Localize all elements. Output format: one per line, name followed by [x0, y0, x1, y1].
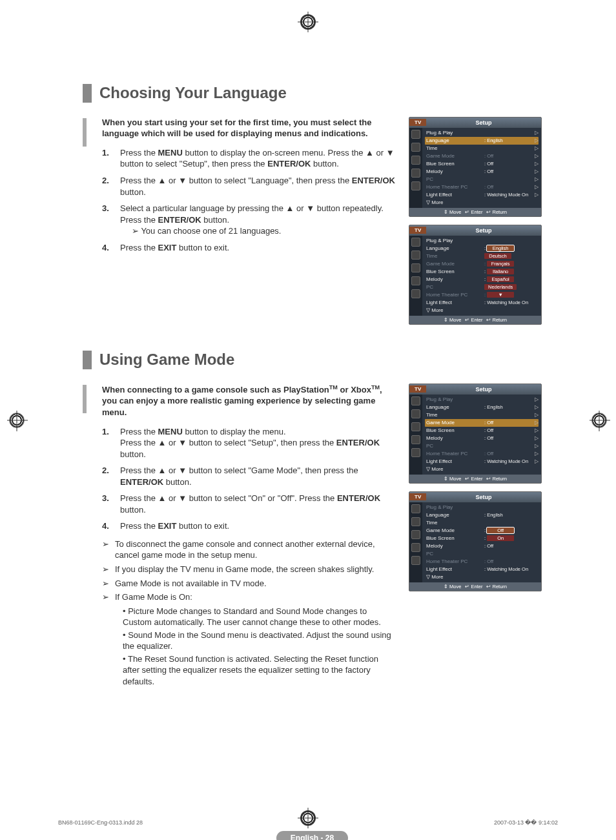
step-item: 2.Press the ▲ or ▼ button to select "Gam… — [102, 465, 397, 487]
osd-row: Time▷ — [426, 145, 539, 152]
osd-tv-badge: TV — [409, 385, 426, 393]
osd-row: Light Effect: Watching Mode On — [426, 566, 539, 573]
osd-row: Home Theater PC: ▼ — [426, 291, 539, 299]
osd-row: Language: English — [426, 511, 539, 519]
osd-row: Plug & Play — [426, 237, 539, 245]
osd-option-pill[interactable]: Off — [487, 528, 514, 533]
osd-category-icon — [411, 238, 420, 247]
section-title-language: Choosing Your Language — [83, 84, 542, 103]
step-item: 4.Press the EXIT button to exit. — [102, 520, 397, 532]
note-item: If you display the TV menu in Game mode,… — [102, 564, 397, 575]
osd-title: Setup — [426, 386, 541, 393]
osd-panel-a: TVSetupPlug & Play▷Language: English▷Tim… — [409, 117, 542, 217]
steps-gamemode: 1.Press the MENU button to display the m… — [102, 426, 397, 532]
osd-row: Home Theater PC: Off — [426, 558, 539, 566]
osd-row: Language: English — [426, 245, 539, 252]
osd-title: Setup — [426, 119, 541, 126]
osd-footer: MoveEnterReturn — [409, 475, 541, 483]
osd-row: PC — [426, 550, 539, 558]
osd-category-icon — [411, 396, 420, 405]
page-number: English - 28 — [276, 831, 348, 841]
osd-row: More — [426, 307, 539, 314]
section-title-gamemode: Using Game Mode — [83, 351, 542, 369]
osd-row: Game Mode: Off▷ — [426, 152, 539, 160]
osd-row: Melody: Off▷ — [426, 435, 539, 442]
osd-row: Plug & Play — [426, 504, 539, 511]
osd-category-icon — [411, 276, 420, 285]
registration-mark-left — [9, 413, 25, 428]
osd-category-icon — [411, 409, 420, 418]
osd-option-pill[interactable]: Nederlands — [484, 284, 517, 290]
osd-category-icon — [411, 156, 420, 165]
osd-category-icon — [411, 143, 420, 152]
intro-language: When you start using your set for the fi… — [102, 117, 397, 139]
osd-option-pill[interactable]: Español — [487, 276, 514, 282]
step-item: 1.Press the MENU button to display the o… — [102, 147, 397, 170]
osd-tv-badge: TV — [409, 493, 426, 500]
note-item: If Game Mode is On: — [102, 591, 397, 603]
osd-title: Setup — [426, 494, 541, 500]
osd-option-pill[interactable]: English — [487, 245, 514, 251]
osd-row: Game Mode: Off — [426, 527, 539, 535]
osd-option-pill[interactable]: Deutsch — [484, 253, 511, 259]
indd-date: 2007-03-13 �� 9:14:02 — [494, 819, 558, 826]
osd-category-icon — [411, 556, 420, 565]
osd-option-pill[interactable]: Italiano — [487, 269, 514, 274]
osd-panel-c: TVSetupPlug & Play▷Language: English▷Tim… — [409, 384, 542, 484]
bullet-item: Picture Mode changes to Standard and Sou… — [123, 606, 397, 628]
osd-row: PC▷ — [426, 442, 539, 450]
osd-option-pill[interactable]: Français — [487, 261, 514, 267]
osd-row: Blue Screen: Off▷ — [426, 427, 539, 435]
osd-panel-b: TVSetupPlug & PlayLanguage: EnglishTimeD… — [409, 225, 542, 325]
step-item: 4.Press the EXIT button to exit. — [102, 242, 397, 254]
note-item: Game Mode is not available in TV mode. — [102, 578, 397, 589]
osd-footer: MoveEnterReturn — [409, 316, 541, 324]
registration-mark-right — [591, 413, 607, 428]
osd-category-icon — [411, 181, 420, 190]
osd-tv-badge: TV — [409, 119, 426, 126]
osd-option-pill[interactable]: ▼ — [487, 292, 514, 298]
osd-option-pill[interactable]: On — [487, 535, 514, 541]
bullets-gamemode: Picture Mode changes to Standard and Sou… — [102, 606, 397, 688]
osd-footer: MoveEnterReturn — [409, 208, 541, 216]
osd-category-icon — [411, 251, 420, 260]
osd-row: PCNederlands — [426, 283, 539, 291]
osd-row: More — [426, 466, 539, 473]
osd-category-icon — [411, 435, 420, 444]
step-item: 2.Press the ▲ or ▼ button to select "Lan… — [102, 175, 397, 198]
osd-row: Language: English▷ — [425, 137, 539, 145]
osd-category-icon — [411, 543, 420, 552]
registration-mark-top — [300, 14, 316, 30]
osd-row: Blue Screen: Italiano — [426, 268, 539, 276]
bullet-item: Sound Mode in the Sound menu is deactiva… — [123, 630, 397, 652]
osd-row: Home Theater PC: Off▷ — [426, 183, 539, 191]
intro-gamemode: When connecting to a game console such a… — [102, 384, 397, 418]
osd-row: TimeDeutsch — [426, 252, 539, 260]
osd-category-icon — [411, 448, 420, 457]
osd-row: Melody: Off▷ — [426, 168, 539, 176]
osd-row: Game Mode: Français — [426, 260, 539, 268]
osd-category-icon — [411, 517, 420, 526]
osd-row: Plug & Play▷ — [426, 396, 539, 404]
steps-language: 1.Press the MENU button to display the o… — [102, 147, 397, 253]
osd-row: More — [426, 199, 539, 207]
osd-row: Time▷ — [426, 411, 539, 419]
notes-gamemode: To disconnect the game console and conne… — [102, 538, 397, 603]
osd-row: More — [426, 573, 539, 581]
osd-tv-badge: TV — [409, 227, 426, 234]
osd-category-icon — [411, 504, 420, 513]
osd-panel-d: TVSetupPlug & PlayLanguage: EnglishTimeG… — [409, 491, 542, 591]
step-item: 3.Select a particular language by pressi… — [102, 203, 397, 237]
page-footer: English - 28 — [83, 831, 542, 841]
osd-row: Time — [426, 519, 539, 527]
osd-category-icon — [411, 289, 420, 298]
note-item: To disconnect the game console and conne… — [102, 538, 397, 561]
osd-row: Plug & Play▷ — [426, 129, 539, 137]
osd-row: Blue Screen: On — [426, 535, 539, 542]
osd-title: Setup — [426, 227, 541, 234]
osd-row: Blue Screen: Off▷ — [426, 160, 539, 168]
osd-category-icon — [411, 422, 420, 431]
osd-row: Light Effect: Watching Mode On▷ — [426, 458, 539, 466]
osd-row: Game Mode: Off▷ — [425, 419, 539, 427]
osd-row: Light Effect: Watching Mode On▷ — [426, 191, 539, 199]
